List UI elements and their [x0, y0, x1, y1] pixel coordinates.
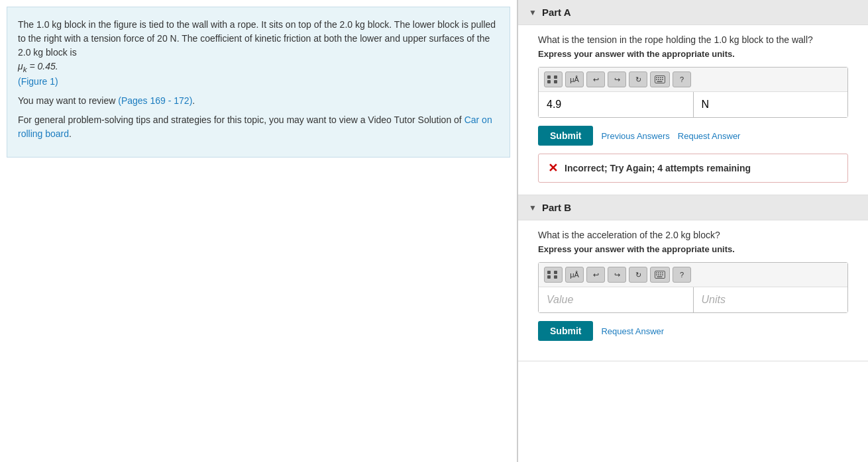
svg-rect-19 [657, 277, 663, 278]
figure-link[interactable]: (Figure 1) [18, 76, 58, 87]
reset-button[interactable]: ↻ [629, 71, 647, 87]
svg-rect-6 [658, 79, 659, 81]
undo-button[interactable]: ↩ [586, 71, 605, 87]
answers-panel: ▼ Part A What is the tension in the rope… [518, 0, 868, 462]
help-button[interactable]: ? [673, 71, 691, 87]
part-b-inputs [539, 287, 847, 312]
mu-button[interactable]: μÅ [565, 71, 584, 87]
keyboard-button-b[interactable] [650, 267, 670, 283]
svg-rect-1 [656, 77, 657, 79]
svg-rect-11 [656, 273, 657, 274]
part-a-header: ▼ Part A [518, 0, 868, 25]
part-b-answer-box: μÅ ↩ ↪ ↻ [538, 262, 848, 313]
part-a-section: ▼ Part A What is the tension in the rope… [518, 0, 868, 195]
part-a-submit-button[interactable]: Submit [538, 126, 593, 146]
svg-rect-18 [662, 275, 663, 276]
problem-panel: The 1.0 kg block in the figure is tied t… [7, 7, 510, 158]
svg-rect-16 [658, 275, 659, 276]
feedback-text: Incorrect; Try Again; 4 attempts remaini… [565, 163, 751, 173]
part-b-submit-button[interactable]: Submit [538, 321, 593, 341]
svg-rect-2 [658, 77, 659, 79]
part-b-value-input[interactable] [539, 287, 694, 312]
keyboard-button[interactable] [650, 71, 670, 87]
part-b-section: ▼ Part B What is the acceleration of the… [518, 195, 868, 361]
part-a-title: Part A [542, 7, 571, 18]
chevron-down-icon[interactable]: ▼ [529, 8, 537, 17]
svg-rect-3 [660, 77, 661, 79]
part-a-units-input[interactable] [694, 92, 848, 117]
request-answer-link-b[interactable]: Request Answer [601, 326, 664, 336]
part-b-body: What is the acceleration of the 2.0 kg b… [518, 220, 868, 361]
part-a-toolbar: μÅ ↩ ↪ ↻ [539, 68, 847, 92]
mu-button-b[interactable]: μÅ [565, 267, 584, 283]
svg-rect-4 [662, 77, 663, 79]
undo-button-b[interactable]: ↩ [586, 267, 605, 283]
tip-text-para: For general problem-solving tips and str… [18, 113, 499, 141]
pages-link[interactable]: (Pages 169 - 172) [118, 95, 192, 106]
part-a-value-input[interactable] [539, 92, 694, 117]
svg-rect-15 [656, 275, 657, 276]
redo-button-b[interactable]: ↪ [608, 267, 626, 283]
part-a-feedback: ✕ Incorrect; Try Again; 4 attempts remai… [538, 154, 848, 183]
svg-rect-5 [656, 79, 657, 81]
svg-rect-9 [657, 81, 663, 83]
problem-text: The 1.0 kg block in the figure is tied t… [18, 18, 499, 89]
previous-answers-link[interactable]: Previous Answers [601, 131, 669, 141]
reset-button-b[interactable]: ↻ [629, 267, 647, 283]
part-a-body: What is the tension in the rope holding … [518, 25, 868, 195]
part-b-express: Express your answer with the appropriate… [538, 244, 848, 254]
incorrect-icon: ✕ [548, 161, 558, 175]
grid-icon-button-b[interactable] [544, 267, 563, 283]
review-text-para: You may want to review (Pages 169 - 172)… [18, 94, 499, 108]
part-a-express: Express your answer with the appropriate… [538, 49, 848, 59]
svg-rect-12 [658, 273, 659, 274]
part-b-toolbar: μÅ ↩ ↪ ↻ [539, 263, 847, 287]
part-b-header: ▼ Part B [518, 195, 868, 220]
help-button-b[interactable]: ? [673, 267, 691, 283]
part-a-answer-box: μÅ ↩ ↪ ↻ [538, 67, 848, 118]
svg-rect-14 [662, 273, 663, 274]
chevron-down-icon-b[interactable]: ▼ [529, 203, 537, 212]
part-b-question: What is the acceleration of the 2.0 kg b… [538, 230, 848, 240]
grid-icon-button[interactable] [544, 71, 563, 87]
part-a-action-row: Submit Previous Answers Request Answer [538, 126, 848, 146]
part-a-question: What is the tension in the rope holding … [538, 34, 848, 45]
svg-rect-7 [660, 79, 661, 81]
redo-button[interactable]: ↪ [608, 71, 626, 87]
part-b-action-row: Submit Request Answer [538, 321, 848, 341]
part-b-units-input[interactable] [694, 287, 848, 312]
part-a-inputs [539, 92, 847, 117]
request-answer-link-a[interactable]: Request Answer [678, 131, 741, 141]
part-b-title: Part B [542, 202, 571, 213]
svg-rect-17 [660, 275, 661, 276]
svg-rect-8 [662, 79, 663, 81]
svg-rect-13 [660, 273, 661, 274]
